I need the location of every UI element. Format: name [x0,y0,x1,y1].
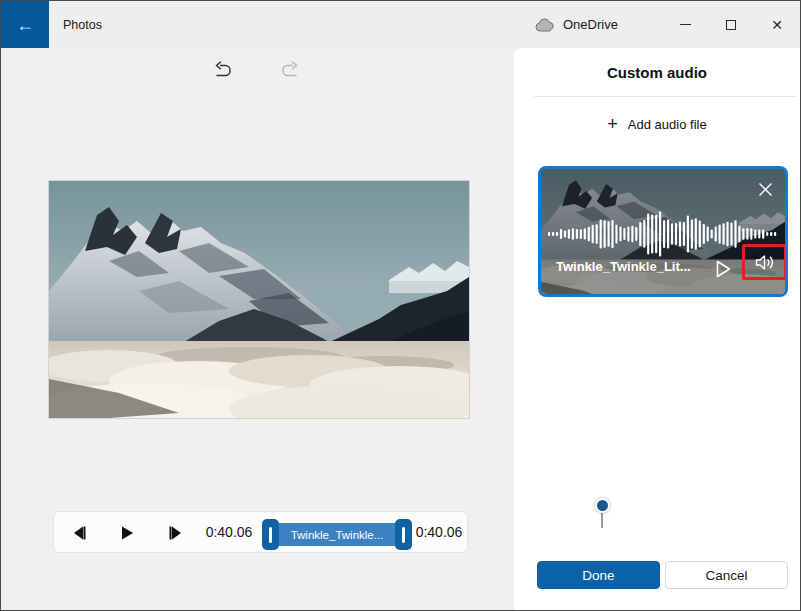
panel-footer: Done Cancel [514,561,800,589]
cancel-button[interactable]: Cancel [665,561,788,589]
clip-label: Twinkle_Twinkle... [291,529,384,541]
play-button[interactable] [115,521,139,545]
minimize-icon [680,24,691,26]
next-frame-icon [167,524,185,542]
panel-title: Custom audio [514,48,800,96]
window-controls: ✕ [662,1,800,48]
audio-clip-segment[interactable]: Twinkle_Twinkle... [276,523,398,546]
audio-track-card[interactable]: Twinkle_Twinkle_Lit... [538,166,788,297]
playback-bar: 0:40.06 Twinkle_Twinkle... 0:40.06 [53,511,468,553]
custom-audio-panel: Custom audio + Add audio file Tw [514,48,800,610]
grip-icon [269,527,272,543]
maximize-button[interactable] [708,1,754,48]
mountain-frame-image [49,181,469,418]
undo-button[interactable] [204,53,240,89]
play-outline-icon [714,259,732,279]
main-area: 0:40.06 Twinkle_Twinkle... 0:40.06 Cust [1,48,800,610]
trim-handle-right[interactable] [395,519,412,550]
redo-button[interactable] [273,53,309,89]
titlebar: ← Photos OneDrive ✕ [1,1,800,48]
app-title: Photos [63,18,102,32]
add-audio-file-button[interactable]: + Add audio file [514,109,800,139]
video-editor: 0:40.06 Twinkle_Twinkle... 0:40.06 [1,48,514,610]
redo-icon [280,60,302,82]
total-time: 0:40.06 [410,512,468,552]
add-audio-file-label: Add audio file [628,117,707,132]
volume-icon [754,253,776,272]
volume-highlight-box [742,244,787,280]
audio-clip-track: Twinkle_Twinkle... [262,519,412,550]
plus-icon: + [607,115,618,133]
remove-audio-button[interactable] [755,179,775,199]
trim-handle-left[interactable] [262,519,279,550]
video-preview [49,181,469,418]
close-icon: ✕ [771,18,783,32]
playhead-knob-icon [595,498,610,513]
current-time: 0:40.06 [199,512,259,552]
onedrive-indicator: OneDrive [535,1,618,48]
volume-button[interactable] [752,251,778,273]
preview-audio-button[interactable] [711,257,735,281]
cloud-icon [535,18,555,32]
onedrive-label: OneDrive [563,17,618,32]
card-controls-row: Twinkle_Twinkle_Lit... [541,257,785,281]
done-button[interactable]: Done [537,561,660,589]
undo-icon [211,60,233,82]
play-icon [118,524,136,542]
close-icon [757,181,774,198]
audio-file-name: Twinkle_Twinkle_Lit... [556,259,692,274]
back-arrow-icon: ← [16,16,34,34]
close-button[interactable]: ✕ [754,1,800,48]
minimize-button[interactable] [662,1,708,48]
previous-frame-button[interactable] [67,521,91,545]
playhead[interactable] [595,498,610,528]
next-frame-button[interactable] [164,521,188,545]
back-button[interactable]: ← [1,1,49,48]
divider [534,96,797,97]
maximize-icon [726,20,736,30]
grip-icon [402,527,405,543]
app-window: ← Photos OneDrive ✕ [0,0,801,611]
previous-frame-icon [70,524,88,542]
